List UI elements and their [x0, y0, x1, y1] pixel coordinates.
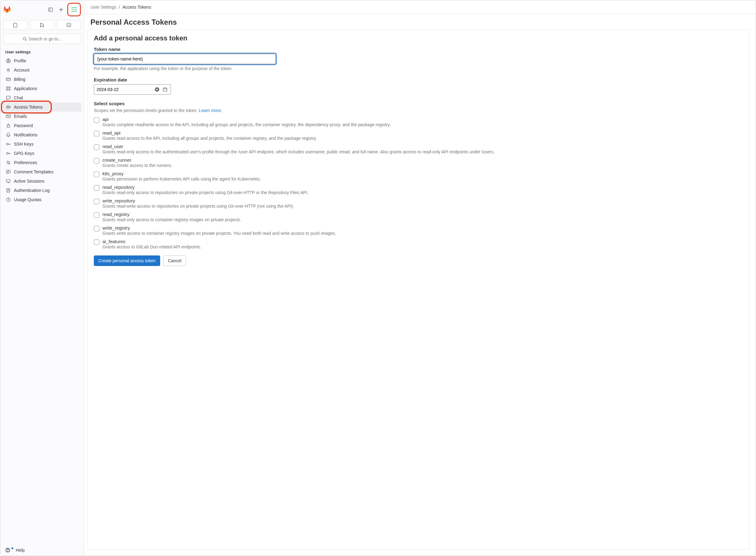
help-icon	[5, 548, 10, 553]
sidebar-item-label: Chat	[14, 95, 23, 100]
sidebar-item-notifications[interactable]: Notifications	[3, 130, 81, 139]
breadcrumb-parent[interactable]: User Settings	[91, 5, 116, 9]
scope-checkbox-write_repository[interactable]	[94, 199, 99, 204]
profile-icon	[6, 58, 11, 63]
scope-name: k8s_proxy	[102, 171, 743, 176]
scope-name: read_api	[102, 130, 743, 135]
scope-description: Grants complete read/write access to the…	[102, 122, 743, 127]
chat-icon	[6, 95, 11, 100]
sidebar: Search or go to... User settings Profile…	[0, 0, 84, 556]
issues-shortcut-button[interactable]	[3, 20, 28, 30]
svg-point-12	[76, 11, 77, 12]
scope-checkbox-k8s_proxy[interactable]	[94, 172, 99, 177]
svg-point-7	[72, 9, 73, 10]
svg-point-10	[72, 11, 73, 12]
sidebar-item-profile[interactable]: Profile	[3, 56, 81, 65]
token-name-input[interactable]	[94, 54, 276, 64]
sidebar-item-account[interactable]: Account	[3, 65, 81, 75]
scope-checkbox-write_registry[interactable]	[94, 226, 99, 232]
sidebar-toggle-icon[interactable]	[46, 5, 55, 14]
svg-point-29	[7, 107, 7, 107]
cancel-button[interactable]: Cancel	[163, 255, 186, 266]
sidebar-item-label: Profile	[14, 58, 26, 63]
sidebar-item-comment-templates[interactable]: Comment Templates	[3, 167, 81, 176]
scope-item-read_api: read_apiGrants read access to the API, i…	[94, 130, 743, 141]
expiration-input[interactable]	[97, 87, 152, 92]
expiration-label: Expiration date	[94, 77, 743, 82]
sidebar-item-usage-quotas[interactable]: Usage Quotas	[3, 195, 81, 204]
scope-checkbox-read_api[interactable]	[94, 131, 99, 136]
sidebar-item-applications[interactable]: Applications	[3, 84, 81, 93]
search-input[interactable]: Search or go to...	[3, 34, 81, 44]
sidebar-item-ssh-keys[interactable]: SSH Keys	[3, 139, 81, 149]
scope-item-read_user: read_userGrants read-only access to the …	[94, 144, 743, 154]
plus-icon[interactable]	[57, 5, 65, 14]
scope-item-api: apiGrants complete read/write access to …	[94, 117, 743, 127]
svg-point-13	[40, 23, 42, 24]
scope-checkbox-create_runner[interactable]	[94, 158, 99, 164]
main-content: User Settings / Access Tokens Personal A…	[84, 0, 756, 556]
gitlab-logo[interactable]	[3, 6, 11, 13]
scope-checkbox-read_repository[interactable]	[94, 185, 99, 191]
scope-checkbox-ai_features[interactable]	[94, 239, 99, 245]
sidebar-item-label: Billing	[14, 77, 25, 82]
sidebar-item-billing[interactable]: Billing	[3, 75, 81, 84]
svg-point-38	[7, 161, 8, 162]
sidebar-item-label: Password	[14, 123, 33, 128]
svg-point-17	[23, 37, 26, 40]
password-icon	[6, 123, 11, 128]
svg-rect-26	[6, 89, 8, 91]
token-name-label: Token name	[94, 46, 743, 52]
usage-quotas-icon	[6, 197, 11, 202]
comment-templates-icon	[6, 169, 11, 174]
svg-point-21	[8, 69, 9, 71]
scope-checkbox-api[interactable]	[94, 117, 99, 123]
sidebar-item-password[interactable]: Password	[3, 121, 81, 130]
search-icon	[23, 37, 27, 41]
scope-item-write_registry: write_registryGrants write access to con…	[94, 225, 743, 236]
svg-point-11	[73, 11, 75, 12]
create-token-button[interactable]: Create personal access token	[94, 255, 160, 266]
scope-description: Grants access to GitLab Duo related API …	[102, 244, 743, 249]
merge-requests-shortcut-button[interactable]	[30, 20, 54, 30]
calendar-icon[interactable]	[162, 86, 168, 93]
clear-date-icon[interactable]	[154, 86, 160, 93]
svg-rect-16	[67, 24, 71, 27]
todos-shortcut-button[interactable]	[57, 20, 81, 30]
scope-name: read_user	[102, 144, 743, 149]
sidebar-item-emails[interactable]: Emails	[3, 112, 81, 121]
form-heading: Add a personal access token	[94, 34, 743, 42]
scope-description: Grants read-only access to container reg…	[102, 217, 743, 222]
breadcrumb: User Settings / Access Tokens	[84, 0, 756, 14]
svg-point-51	[7, 551, 8, 551]
scope-description: Grants read-only access to the authentic…	[102, 149, 743, 154]
sidebar-item-access-tokens[interactable]: Access Tokens	[3, 102, 81, 112]
scope-description: Grants write access to container registr…	[102, 231, 743, 236]
svg-point-14	[40, 26, 42, 27]
scope-name: ai_features	[102, 239, 743, 244]
sidebar-section-header: User settings	[0, 46, 84, 56]
sidebar-item-label: Authentication Log	[14, 188, 50, 193]
account-icon	[6, 68, 11, 72]
scopes-learn-more-link[interactable]: Learn more.	[199, 108, 222, 113]
sidebar-item-authentication-log[interactable]: Authentication Log	[3, 186, 81, 195]
help-button[interactable]: Help	[0, 545, 84, 556]
scope-item-ai_features: ai_featuresGrants access to GitLab Duo r…	[94, 239, 743, 249]
auth-log-icon	[6, 188, 11, 193]
sidebar-item-preferences[interactable]: Preferences	[3, 158, 81, 167]
scopes-label: Select scopes	[94, 101, 743, 106]
token-icon	[6, 105, 11, 109]
scope-checkbox-read_user[interactable]	[94, 144, 99, 150]
sidebar-item-active-sessions[interactable]: Active Sessions	[3, 176, 81, 186]
scope-description: Grants read access to the API, including…	[102, 136, 743, 141]
scope-description: Grants create access to the runners.	[102, 163, 743, 168]
sidebar-item-label: SSH Keys	[14, 142, 34, 146]
svg-point-31	[9, 107, 9, 107]
sidebar-item-chat[interactable]: Chat	[3, 93, 81, 102]
sidebar-item-gpg-keys[interactable]: GPG Keys	[3, 149, 81, 158]
svg-point-30	[8, 107, 8, 107]
scope-checkbox-read_registry[interactable]	[94, 212, 99, 218]
gpg-keys-icon	[6, 151, 11, 156]
grid-menu-icon[interactable]	[67, 3, 81, 16]
billing-icon	[6, 77, 11, 82]
